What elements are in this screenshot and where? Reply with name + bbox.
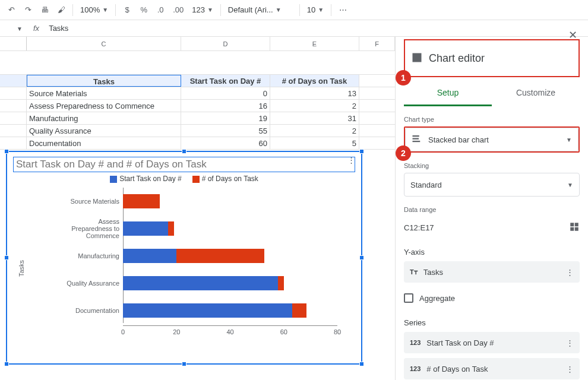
dec-decimal-button[interactable]: .0 (153, 2, 168, 18)
y-axis-label: Tasks (18, 260, 25, 277)
chart-editor-panel: Chart editor 1 ✕ Setup Customize Chart t… (395, 37, 588, 380)
table-row (0, 51, 395, 75)
series-field[interactable]: 123 # of Days on Task⋮ (404, 358, 580, 379)
cell[interactable]: Documentation (27, 137, 181, 149)
tab-setup[interactable]: Setup (404, 81, 492, 106)
cell[interactable]: 60 (181, 137, 270, 149)
paintformat-icon[interactable]: 🖌 (53, 2, 69, 18)
legend-swatch (192, 176, 200, 183)
panel-title: Chart editor (429, 52, 485, 65)
table-row: Assess Preparedness to Commence162 (0, 100, 395, 112)
number-icon: 123 (410, 339, 421, 346)
table-row: Documentation605 (0, 137, 395, 150)
text-icon: Tᴛ (410, 268, 418, 276)
bar-row: Quality Assurance (67, 270, 349, 297)
spreadsheet-area[interactable]: C D E F Tasks Start Task on Day # # of D… (0, 37, 395, 380)
chart-menu-icon[interactable]: ⋮ (347, 156, 356, 164)
data-range-value[interactable]: C12:E17 (404, 223, 569, 232)
table-row: Manufacturing1931 (0, 112, 395, 125)
svg-rect-2 (413, 138, 416, 139)
cell[interactable]: Quality Assurance (27, 125, 181, 137)
chart-legend: Start Task on Day # # of Days on Task (7, 175, 361, 183)
cell[interactable]: 2 (270, 100, 359, 112)
stacked-bar-icon (412, 134, 422, 146)
chart-title[interactable]: Start Task on Day # and # of Days on Tas… (13, 157, 355, 172)
cell[interactable]: 2 (270, 125, 359, 137)
chart-editor-icon (411, 52, 423, 65)
table-row: Quality Assurance552 (0, 125, 395, 137)
callout-badge: 2 (396, 145, 411, 161)
yaxis-label: Y-axis (404, 248, 580, 256)
zoom-select[interactable]: 100%▼ (77, 5, 112, 14)
aggregate-checkbox[interactable]: Aggregate (404, 287, 580, 309)
col-header[interactable]: D (181, 37, 270, 50)
cell[interactable]: Assess Preparedness to Commence (27, 100, 181, 112)
cell[interactable]: 5 (270, 137, 359, 149)
font-select[interactable]: Default (Ari...▼ (225, 5, 296, 14)
cell[interactable]: 19 (181, 112, 270, 124)
svg-rect-1 (417, 135, 419, 137)
stacking-label: Stacking (404, 162, 580, 169)
more-tools-icon[interactable]: ⋯ (335, 2, 350, 18)
cell[interactable]: Start Task on Day # (181, 75, 270, 87)
cell[interactable]: 0 (181, 87, 270, 99)
percent-button[interactable]: % (136, 2, 151, 18)
cell[interactable]: 55 (181, 125, 270, 137)
tab-customize[interactable]: Customize (492, 81, 580, 106)
fontsize-select[interactable]: 10▼ (304, 5, 327, 14)
legend-swatch (110, 176, 117, 183)
chart-type-label: Chart type (404, 116, 580, 123)
data-range-label: Data range (404, 206, 580, 213)
undo-icon[interactable]: ↶ (4, 2, 19, 18)
close-icon[interactable]: ✕ (568, 37, 577, 42)
select-range-icon[interactable] (569, 221, 580, 234)
toolbar: ↶ ↷ 🖶 🖌 100%▼ $ % .0 .00 123▼ Default (A… (0, 0, 588, 20)
cell[interactable]: Source Materials (27, 87, 181, 99)
series-field[interactable]: 123 Start Task on Day #⋮ (404, 332, 580, 353)
svg-rect-0 (413, 135, 418, 137)
bar-row: Manufacturing (67, 242, 349, 270)
fx-icon: fx (27, 24, 45, 33)
currency-button[interactable]: $ (119, 2, 135, 18)
bar-row: Source Materials (67, 188, 349, 215)
svg-rect-5 (419, 141, 420, 142)
stacking-select[interactable]: Standard▼ (404, 173, 580, 197)
table-header-row: Tasks Start Task on Day # # of Days on T… (0, 75, 395, 87)
embedded-chart[interactable]: ⋮ Start Task on Day # and # of Days on T… (6, 151, 362, 365)
cell[interactable]: 31 (270, 112, 359, 124)
cell[interactable]: 13 (270, 87, 359, 99)
chart-plot: Tasks Source MaterialsAssess Preparednes… (37, 188, 349, 342)
print-icon[interactable]: 🖶 (37, 2, 52, 18)
col-header[interactable]: F (359, 37, 395, 50)
series-label: Series (404, 318, 580, 327)
col-header[interactable]: E (270, 37, 359, 50)
inc-decimal-button[interactable]: .00 (169, 2, 187, 18)
table-row: Source Materials013 (0, 87, 395, 100)
cell[interactable]: Tasks (27, 75, 181, 87)
svg-rect-3 (415, 138, 419, 139)
bar-row: Assess Preparedness to Commence (67, 215, 349, 242)
cell[interactable]: 16 (181, 100, 270, 112)
numformat-select[interactable]: 123▼ (188, 5, 217, 14)
editor-tabs: Setup Customize (404, 81, 580, 106)
svg-rect-4 (413, 141, 419, 142)
namebox-caret[interactable]: ▼ (0, 24, 27, 33)
callout-badge: 1 (396, 70, 411, 86)
chart-type-select[interactable]: Stacked bar chart▼ (405, 128, 578, 151)
cell[interactable]: Manufacturing (27, 112, 181, 124)
number-icon: 123 (410, 365, 421, 372)
formula-bar: ▼ fx Tasks (0, 20, 588, 37)
col-header[interactable]: C (27, 37, 181, 50)
bar-row: Documentation (67, 297, 349, 324)
yaxis-field[interactable]: Tᴛ Tasks⋮ (404, 261, 580, 283)
column-headers: C D E F (0, 37, 395, 51)
redo-icon[interactable]: ↷ (20, 2, 36, 18)
formula-value[interactable]: Tasks (45, 24, 68, 33)
cell[interactable]: # of Days on Task (270, 75, 359, 87)
